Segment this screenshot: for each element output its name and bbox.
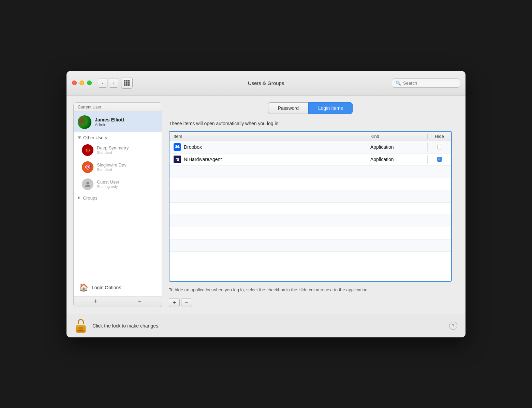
remove-item-button[interactable]: − (181, 298, 192, 307)
header-hide: Hide (427, 134, 451, 139)
table-header: Item Kind Hide (169, 132, 451, 141)
table-row-nihardware[interactable]: NI NIHardwareAgent Application (169, 154, 451, 166)
hint-text: To hide an application when you log in, … (169, 287, 452, 293)
item-name-nihardware: NIHardwareAgent (184, 157, 222, 162)
user-role-deep-symmetry: Standard (97, 150, 129, 155)
sidebar-spacer (74, 203, 162, 279)
bottom-bar: Click the lock to make changes. ? (66, 314, 466, 337)
user-info-singlewire: Singlewire Dev Standard (97, 162, 127, 172)
lock-line-1 (78, 327, 83, 327)
avatar-deep-symmetry (82, 144, 93, 156)
user-role-guest: Sharing only (97, 185, 119, 189)
add-item-button[interactable]: + (169, 298, 180, 307)
login-items-table: Item Kind Hide Dropbox Application (169, 131, 452, 282)
current-user-info: James Elliott Admin (95, 117, 124, 127)
nav-buttons: ‹ › (98, 78, 118, 88)
chevron-right-icon: › (113, 81, 114, 86)
item-name-dropbox: Dropbox (184, 144, 202, 150)
dropbox-icon (174, 143, 181, 151)
house-icon: 🏠 (79, 283, 88, 292)
other-users-header[interactable]: Other Users (74, 132, 162, 142)
cell-item-nihardware: NI NIHardwareAgent (169, 154, 366, 165)
user-info-deep-symmetry: Deep Symmetry Standard (97, 145, 129, 155)
login-options-label: Login Options (92, 285, 121, 290)
cell-kind-dropbox: Application (366, 142, 427, 152)
user-item-deep-symmetry[interactable]: Deep Symmetry Standard (74, 142, 162, 159)
sidebar-bottom-bar: + − (74, 296, 162, 307)
current-user-role: Admin (95, 122, 124, 127)
content-area: Current User James Elliott Admin Other U… (66, 96, 466, 314)
lock-text: Click the lock to make changes. (92, 323, 160, 329)
search-input[interactable] (403, 81, 456, 86)
empty-row-9 (169, 239, 451, 252)
cell-hide-dropbox[interactable] (427, 143, 451, 151)
sidebar: Current User James Elliott Admin Other U… (73, 102, 162, 307)
close-button[interactable] (72, 81, 77, 85)
current-user-item[interactable]: James Elliott Admin (74, 112, 162, 132)
avatar-singlewire (82, 161, 93, 173)
chevron-left-icon: ‹ (102, 81, 103, 86)
description-text: These items will open automatically when… (169, 121, 452, 126)
lock-body (76, 325, 86, 333)
action-buttons-row: + − (169, 298, 452, 307)
lock-line-3 (78, 330, 83, 331)
user-item-singlewire[interactable]: Singlewire Dev Standard (74, 159, 162, 176)
empty-row-5 (169, 190, 451, 203)
add-user-button[interactable]: + (74, 296, 118, 307)
user-role-singlewire: Standard (97, 167, 127, 172)
tabs-row: Password Login Items (169, 102, 452, 114)
lock-shackle (78, 319, 84, 324)
other-users-label: Other Users (83, 135, 107, 140)
tab-login-items[interactable]: Login Items (308, 102, 353, 114)
grid-view-button[interactable] (121, 77, 133, 89)
person-icon (84, 180, 91, 188)
empty-row-3 (169, 166, 451, 178)
cell-kind-nihardware: Application (366, 155, 427, 164)
expand-groups-icon (78, 196, 80, 200)
window-title: Users & Groups (248, 80, 284, 86)
empty-row-4 (169, 178, 451, 190)
main-window: ‹ › Users & Groups 🔍 Current User (66, 71, 466, 337)
user-info-guest: Guest User Sharing only (97, 179, 119, 189)
empty-row-7 (169, 215, 451, 227)
groups-row[interactable]: Groups (74, 193, 162, 203)
remove-user-button[interactable]: − (118, 296, 162, 307)
collapse-icon (78, 136, 81, 139)
hide-checkbox-dropbox[interactable] (437, 145, 442, 149)
current-user-section-header: Current User (74, 103, 162, 112)
svg-point-0 (86, 181, 89, 184)
avatar-guest (82, 178, 93, 190)
search-box[interactable]: 🔍 (392, 78, 460, 88)
user-name-singlewire: Singlewire Dev (97, 162, 127, 167)
titlebar: ‹ › Users & Groups 🔍 (66, 71, 466, 96)
current-user-name: James Elliott (95, 117, 124, 122)
back-button[interactable]: ‹ (98, 78, 107, 88)
help-button[interactable]: ? (449, 322, 457, 330)
header-kind: Kind (366, 134, 427, 139)
current-user-avatar (78, 115, 91, 129)
traffic-lights (72, 81, 92, 85)
hide-checkbox-nihardware[interactable] (437, 157, 442, 162)
user-item-guest[interactable]: Guest User Sharing only (74, 176, 162, 193)
login-options-item[interactable]: 🏠 Login Options (74, 279, 162, 296)
lock-line-2 (78, 329, 83, 329)
tab-password[interactable]: Password (268, 102, 308, 114)
ni-icon: NI (174, 156, 181, 163)
empty-row-8 (169, 227, 451, 239)
cell-item-dropbox: Dropbox (169, 141, 366, 153)
header-item: Item (169, 134, 366, 139)
groups-label: Groups (83, 195, 98, 201)
cell-hide-nihardware[interactable] (427, 155, 451, 164)
forward-button[interactable]: › (109, 78, 118, 88)
user-name-deep-symmetry: Deep Symmetry (97, 145, 129, 150)
lock-button[interactable] (75, 319, 87, 333)
lock-lines (78, 327, 83, 331)
main-panel: Password Login Items These items will op… (162, 102, 459, 307)
grid-icon (124, 80, 130, 86)
empty-row-6 (169, 203, 451, 215)
minimize-button[interactable] (79, 81, 84, 85)
search-icon: 🔍 (396, 81, 401, 86)
table-row-dropbox[interactable]: Dropbox Application (169, 141, 451, 154)
maximize-button[interactable] (87, 81, 92, 85)
user-name-guest: Guest User (97, 179, 119, 185)
